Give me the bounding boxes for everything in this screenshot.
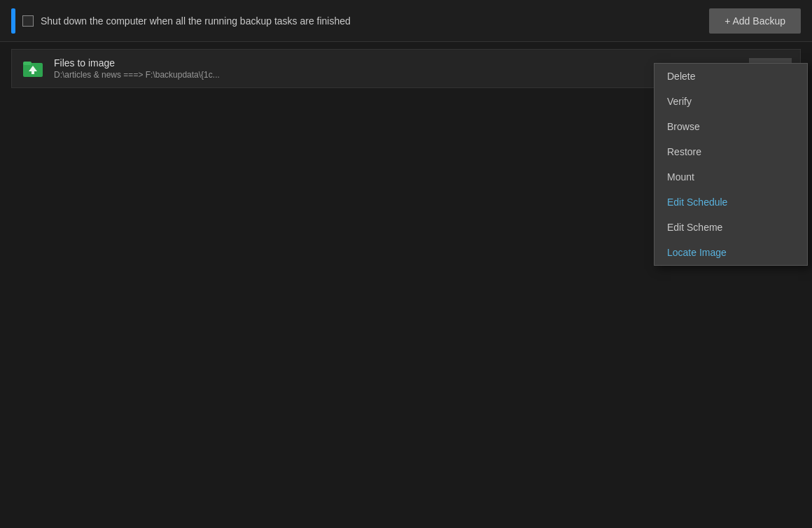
context-menu: DeleteVerifyBrowseRestoreMountEdit Sched… [654,63,808,266]
svg-rect-1 [23,62,31,65]
svg-rect-3 [31,71,34,74]
context-menu-item-delete[interactable]: Delete [654,64,807,89]
add-backup-button[interactable]: + Add Backup [709,8,801,34]
context-menu-item-edit-schedule[interactable]: Edit Schedule [654,190,807,215]
top-bar: Shut down the computer when all the runn… [0,0,812,42]
context-menu-item-browse[interactable]: Browse [654,114,807,139]
progress-indicator [11,8,15,34]
backup-icon [20,56,46,81]
context-menu-item-mount[interactable]: Mount [654,164,807,190]
context-menu-item-verify[interactable]: Verify [654,89,807,114]
context-menu-item-edit-scheme[interactable]: Edit Scheme [654,215,807,240]
shutdown-checkbox[interactable] [22,15,34,27]
context-menu-item-locate-image[interactable]: Locate Image [654,240,807,265]
context-menu-item-restore[interactable]: Restore [654,139,807,164]
backup-path: D:\articles & news ===> F:\backupdata\{1… [54,70,741,80]
backup-title: Files to image [54,57,741,69]
backup-info: Files to image D:\articles & news ===> F… [54,57,741,80]
top-bar-left: Shut down the computer when all the runn… [11,8,351,34]
shutdown-label: Shut down the computer when all the runn… [41,15,351,27]
